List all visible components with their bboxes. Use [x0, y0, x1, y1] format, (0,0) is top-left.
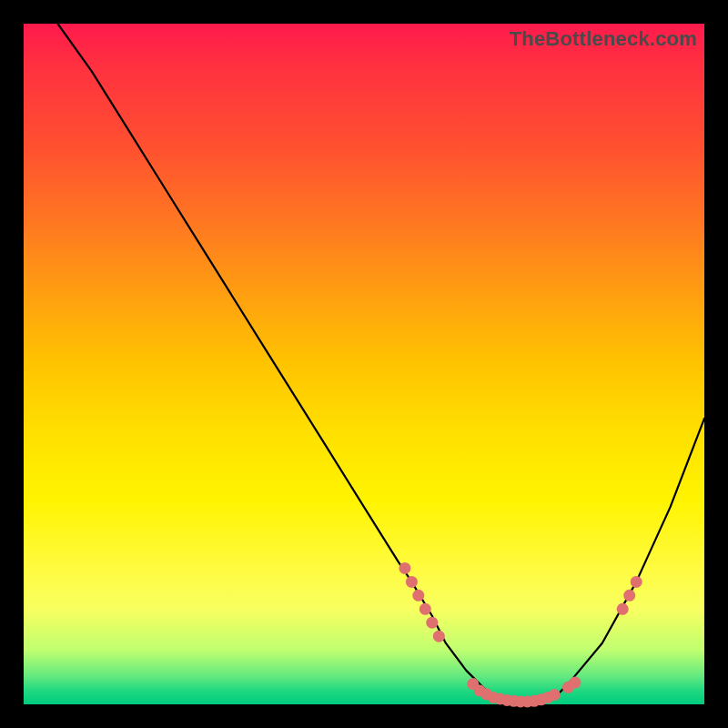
data-marker — [631, 576, 642, 588]
data-marker — [426, 617, 438, 629]
data-marker — [412, 590, 424, 602]
data-marker — [399, 562, 410, 574]
data-marker — [617, 603, 629, 615]
data-marker — [623, 590, 635, 602]
data-marker — [433, 631, 445, 642]
plot-area: TheBottleneck.com — [24, 24, 704, 704]
data-marker — [569, 677, 581, 689]
chart-svg — [24, 24, 704, 704]
data-marker — [549, 689, 561, 701]
data-marker — [406, 576, 418, 588]
chart-frame: TheBottleneck.com — [0, 0, 728, 728]
bottleneck-curve — [57, 24, 704, 704]
data-marker — [420, 603, 431, 615]
